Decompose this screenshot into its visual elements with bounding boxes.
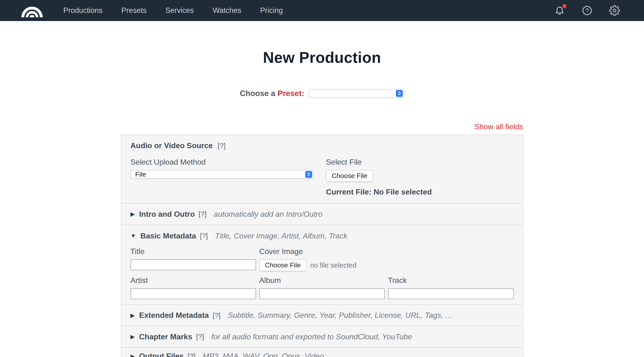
chapter-marks-help-link[interactable]: [?] bbox=[196, 333, 204, 341]
artist-label: Artist bbox=[130, 276, 256, 285]
album-label: Album bbox=[259, 276, 385, 285]
collapsed-triangle-icon[interactable]: ▶ bbox=[130, 333, 135, 340]
album-input[interactable] bbox=[259, 288, 385, 299]
intro-outro-summary: automatically add an Intro/Outro bbox=[214, 210, 322, 219]
output-files-summary: MP3, M4A, WAV, Ogg, Opus, Video, ... bbox=[203, 352, 334, 357]
preset-label-accent: Preset bbox=[278, 89, 302, 98]
track-input[interactable] bbox=[388, 288, 514, 299]
nav-item-services[interactable]: Services bbox=[166, 0, 194, 21]
basic-metadata-fields: Title Cover Image Choose File no file se… bbox=[122, 247, 523, 305]
album-field-cell: Album bbox=[259, 271, 385, 299]
nav-item-watches[interactable]: Watches bbox=[213, 0, 241, 21]
section-basic-metadata: ▼ Basic Metadata [?] Title, Cover Image,… bbox=[122, 225, 523, 305]
svg-text:?: ? bbox=[586, 7, 588, 14]
upload-method-column: Select Upload Method File bbox=[130, 158, 314, 196]
title-label: Title bbox=[130, 247, 256, 256]
collapsed-triangle-icon[interactable]: ▶ bbox=[130, 312, 135, 319]
preset-label-prefix: Choose a bbox=[240, 89, 278, 98]
cover-image-label: Cover Image bbox=[259, 247, 514, 256]
source-section-header: Audio or Video Source [?] bbox=[130, 141, 514, 150]
cover-image-cell: Cover Image Choose File no file selected bbox=[259, 247, 514, 271]
artist-field-cell: Artist bbox=[130, 271, 256, 299]
basic-metadata-help-link[interactable]: [?] bbox=[200, 232, 208, 240]
title-field-cell: Title bbox=[130, 247, 256, 271]
section-chapter-marks[interactable]: ▶ Chapter Marks [?] for all audio format… bbox=[122, 326, 523, 347]
upload-method-label: Select Upload Method bbox=[130, 158, 314, 167]
cover-file-status: no file selected bbox=[310, 261, 356, 269]
section-intro-outro[interactable]: ▶ Intro and Outro [?] automatically add … bbox=[122, 203, 523, 225]
show-all-fields-link[interactable]: Show all fields bbox=[121, 122, 523, 131]
preset-chooser-row: Choose a Preset: bbox=[0, 89, 644, 98]
upload-method-select[interactable]: File bbox=[130, 170, 314, 179]
cover-choose-file-button[interactable]: Choose File bbox=[259, 259, 306, 271]
select-stepper-icon bbox=[396, 90, 403, 97]
preset-label: Choose a Preset: bbox=[240, 89, 304, 98]
output-files-title: Output Files bbox=[139, 352, 184, 357]
cover-image-row: Choose File no file selected bbox=[259, 259, 514, 271]
current-file-status: Current File: No File selected bbox=[326, 188, 432, 196]
source-columns: Select Upload Method File Select File Ch… bbox=[130, 158, 514, 196]
nav-item-pricing[interactable]: Pricing bbox=[260, 0, 283, 21]
section-extended-metadata[interactable]: ▶ Extended Metadata [?] Subtitle, Summar… bbox=[122, 305, 523, 326]
output-files-help-link[interactable]: [?] bbox=[188, 352, 196, 357]
help-icon[interactable]: ? bbox=[582, 5, 592, 16]
collapsed-triangle-icon[interactable]: ▶ bbox=[130, 211, 135, 217]
track-label: Track bbox=[388, 276, 514, 285]
intro-outro-title: Intro and Outro bbox=[139, 210, 195, 219]
extended-metadata-title: Extended Metadata bbox=[139, 311, 209, 320]
preset-select[interactable] bbox=[308, 89, 404, 98]
extended-metadata-help-link[interactable]: [?] bbox=[213, 311, 221, 320]
section-audio-video-source: Audio or Video Source [?] Select Upload … bbox=[122, 135, 523, 203]
top-navbar: Productions Presets Services Watches Pri… bbox=[0, 0, 644, 21]
select-stepper-icon bbox=[305, 171, 312, 178]
basic-metadata-title: Basic Metadata bbox=[140, 232, 196, 240]
auphonic-logo-icon[interactable] bbox=[21, 3, 43, 18]
collapsed-triangle-icon[interactable]: ▶ bbox=[130, 353, 135, 357]
artist-input[interactable] bbox=[130, 288, 256, 299]
nav-links: Productions Presets Services Watches Pri… bbox=[63, 0, 283, 21]
main-content: Show all fields Audio or Video Source [?… bbox=[121, 122, 523, 357]
settings-gear-icon[interactable] bbox=[609, 5, 620, 16]
select-file-column: Select File Choose File Current File: No… bbox=[326, 158, 432, 196]
basic-metadata-summary: Title, Cover Image, Artist, Album, Track bbox=[215, 232, 347, 240]
basic-metadata-header[interactable]: ▼ Basic Metadata [?] Title, Cover Image,… bbox=[122, 225, 523, 247]
chapter-marks-title: Chapter Marks bbox=[139, 332, 192, 341]
preset-label-suffix: : bbox=[302, 89, 304, 98]
intro-outro-help-link[interactable]: [?] bbox=[199, 210, 206, 218]
source-section-title: Audio or Video Source bbox=[130, 141, 213, 150]
source-help-link[interactable]: [?] bbox=[218, 142, 226, 150]
notifications-bell-icon[interactable] bbox=[554, 5, 565, 16]
title-input[interactable] bbox=[130, 259, 256, 270]
upload-method-value: File bbox=[131, 171, 146, 178]
notification-badge bbox=[562, 4, 566, 8]
nav-item-productions[interactable]: Productions bbox=[63, 0, 102, 21]
extended-metadata-summary: Subtitle, Summary, Genre, Year, Publishe… bbox=[228, 311, 452, 320]
chapter-marks-summary: for all audio formats and exported to So… bbox=[211, 332, 412, 341]
production-form-panel: Audio or Video Source [?] Select Upload … bbox=[121, 135, 523, 357]
expanded-triangle-icon[interactable]: ▼ bbox=[130, 233, 136, 239]
section-output-files[interactable]: ▶ Output Files [?] MP3, M4A, WAV, Ogg, O… bbox=[122, 347, 523, 357]
nav-item-presets[interactable]: Presets bbox=[122, 0, 146, 21]
page-title: New Production bbox=[0, 49, 644, 66]
nav-iconbar: ? bbox=[554, 5, 620, 16]
source-choose-file-button[interactable]: Choose File bbox=[326, 170, 373, 182]
track-field-cell: Track bbox=[388, 271, 514, 299]
select-file-label: Select File bbox=[326, 158, 432, 167]
